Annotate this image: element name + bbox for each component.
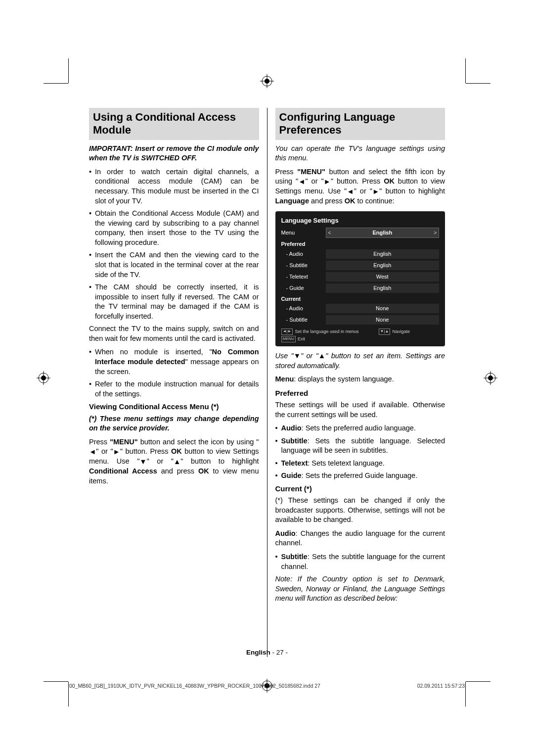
list-item: •Subtitle: Sets the subtitle language. S… — [275, 436, 445, 456]
crop-mark — [465, 58, 466, 83]
osd-row-teletext: - TeletextWest — [278, 271, 443, 283]
chevron-right-icon: > — [434, 230, 437, 236]
important-note: IMPORTANT: Insert or remove the CI modul… — [89, 144, 259, 163]
menu-key-icon: MENU — [281, 336, 296, 342]
crop-mark — [465, 682, 466, 707]
paragraph: Connect the TV to the mains supply, swit… — [89, 324, 259, 343]
page-number: English - 27 - — [0, 649, 534, 656]
list-item: •Subtitle: Sets the subtitle language fo… — [275, 552, 445, 571]
osd-title: Language Settings — [278, 214, 443, 227]
crop-mark — [466, 83, 490, 84]
list-item: •The CAM should be correctly inserted, i… — [89, 283, 259, 321]
file-path: 00_MB60_[GB]_1910UK_IDTV_PVR_NICKEL16_40… — [69, 683, 320, 689]
list-item: •When no module is inserted, "No Common … — [89, 347, 259, 377]
list-item: •Obtain the Conditional Access Module (C… — [89, 209, 259, 247]
note: Note: If the Country option is set to De… — [275, 574, 445, 604]
arrow-up-icon: ▲ — [174, 457, 180, 467]
intro-note: You can operate the TV's language settin… — [275, 144, 445, 163]
content-area: Using a Conditional Access Module IMPORT… — [89, 108, 445, 657]
crop-mark — [44, 681, 68, 682]
document-footer: 00_MB60_[GB]_1910UK_IDTV_PVR_NICKEL16_40… — [69, 683, 465, 689]
list-item: •Insert the CAM and then the viewing car… — [89, 250, 259, 280]
osd-footer: MENUExit — [278, 336, 443, 343]
arrow-down-icon: ▼ — [294, 351, 301, 361]
arrow-left-icon: ◄ — [347, 187, 354, 197]
arrow-right-icon: ► — [113, 447, 120, 457]
arrow-right-icon: ► — [324, 177, 331, 187]
crop-mark — [68, 58, 69, 83]
left-column: Using a Conditional Access Module IMPORT… — [89, 108, 259, 657]
crop-mark — [44, 83, 68, 84]
osd-row-current-audio: - AudioNone — [278, 303, 443, 314]
registration-mark-icon — [484, 371, 497, 385]
arrow-up-icon: ▲ — [318, 351, 325, 361]
osd-value: < English > — [326, 228, 440, 238]
osd-row-subtitle: - SubtitleEnglish — [278, 260, 443, 271]
crop-mark — [68, 682, 69, 707]
subheading-viewing-cam: Viewing Conditional Access Menu (*) — [89, 402, 259, 412]
list-item: •Audio: Sets the preferred audio languag… — [275, 424, 445, 433]
section-title-language: Configuring Language Preferences — [275, 108, 445, 140]
paragraph: Audio: Changes the audio language for th… — [275, 529, 445, 548]
list-item: •Guide: Sets the preferred Guide languag… — [275, 471, 445, 481]
registration-mark-icon — [260, 74, 274, 88]
list-item: •Teletext: Sets teletext language. — [275, 459, 445, 469]
chevron-left-icon: < — [328, 230, 331, 236]
tv-osd-screenshot: Language Settings Menu < English > Prefe… — [275, 211, 445, 346]
crop-mark — [466, 681, 490, 682]
arrow-left-icon: ◄ — [89, 447, 96, 457]
paragraph: Menu: displays the system language. — [275, 375, 445, 384]
paragraph: Press "MENU" button and select the icon … — [89, 437, 259, 486]
footnote: (*) These menu settings may change depen… — [89, 414, 259, 433]
subheading-preferred: Preferred — [275, 388, 445, 398]
column-divider — [267, 108, 267, 657]
section-title-cam: Using a Conditional Access Module — [89, 108, 259, 140]
osd-row-menu: Menu < English > — [278, 227, 443, 239]
manual-page: Using a Conditional Access Module IMPORT… — [0, 0, 534, 756]
paragraph: Press "MENU" button and select the fifth… — [275, 167, 445, 206]
osd-row-guide: - GuideEnglish — [278, 283, 443, 294]
subheading-current: Current (*) — [275, 484, 445, 494]
list-item: •In order to watch certain digital chann… — [89, 167, 259, 206]
timestamp: 02.09.2011 15:57:23 — [417, 683, 465, 689]
osd-row-current-subtitle: - SubtitleNone — [278, 314, 443, 326]
paragraph: These settings will be used if available… — [275, 400, 445, 420]
osd-footer: ◄|►Set the language used in menus ▼|▲Nav… — [278, 326, 443, 336]
arrow-left-icon: ◄ — [298, 177, 305, 187]
nav-lr-icon: ◄|► — [281, 329, 293, 335]
arrow-down-icon: ▼ — [139, 457, 146, 467]
arrow-right-icon: ► — [372, 187, 379, 197]
osd-group-preferred: Preferred — [278, 239, 443, 248]
osd-group-current: Current — [278, 294, 443, 303]
paragraph: (*) These settings can be changed if onl… — [275, 496, 445, 525]
osd-row-audio: - AudioEnglish — [278, 248, 443, 260]
right-column: Configuring Language Preferences You can… — [275, 108, 445, 657]
registration-mark-icon — [37, 371, 50, 385]
list-item: •Refer to the module instruction manual … — [89, 379, 259, 399]
paragraph: Use "▼" or "▲" button to set an item. Se… — [275, 351, 445, 371]
nav-ud-icon: ▼|▲ — [379, 329, 391, 335]
